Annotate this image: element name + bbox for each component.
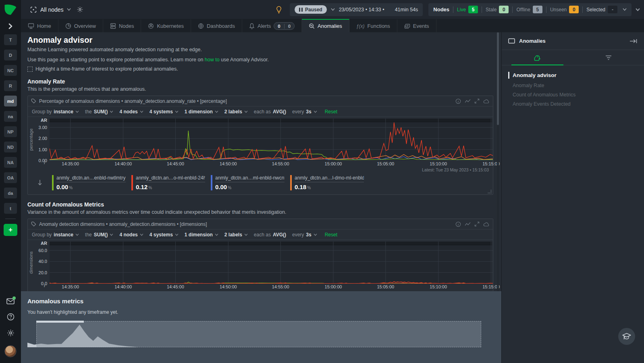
chart2-plot[interactable] — [50, 242, 492, 284]
collapse-arrow-right-icon[interactable] — [629, 38, 638, 44]
chart1-plot[interactable] — [50, 119, 492, 161]
user-avatar[interactable] — [4, 345, 17, 357]
legend-item[interactable]: anmly_dtctn.an…o-ml-enbld-24h0.12% — [131, 175, 205, 190]
legend-item[interactable]: anmly_dtctn.an…enbld-nwtlmtry0.00% — [52, 175, 126, 190]
space-item-md[interactable]: md — [4, 96, 17, 106]
toolbar-chip-avg[interactable]: each as AVG() — [254, 232, 286, 238]
settings-gear-icon[interactable] — [7, 329, 15, 337]
legend-dimension-value: 0.18% — [295, 184, 364, 190]
functions-icon: ƒ(x) — [356, 23, 365, 29]
sidebar-tab-anomalies[interactable] — [502, 50, 573, 65]
chevron-down-icon[interactable] — [67, 8, 71, 11]
legend-sort-arrow-icon[interactable] — [37, 179, 42, 186]
node-status-label: Selected — [586, 7, 605, 13]
invite-envelope-icon[interactable] — [6, 298, 15, 305]
space-item-NA[interactable]: NA — [4, 157, 17, 168]
space-item-OA[interactable]: OA — [4, 172, 17, 183]
node-scope-selector[interactable]: All nodes — [30, 6, 83, 13]
tab-alerts[interactable]: Alerts00 — [242, 19, 302, 32]
chart-info-icon[interactable] — [455, 221, 461, 227]
space-item-t[interactable]: t — [4, 203, 17, 214]
add-space-button[interactable]: + — [4, 224, 17, 236]
toolbar-chip-2labels[interactable]: 2 labels — [224, 109, 248, 115]
pause-button[interactable]: Paused — [295, 5, 327, 14]
content-scrollbar[interactable] — [497, 32, 499, 291]
chart-info-short-icon[interactable]: i — [44, 161, 45, 165]
timeframe-brush[interactable] — [27, 321, 481, 347]
node-status-stale[interactable]: Stale0 — [486, 6, 509, 13]
legend-item[interactable]: anmly_dtctn.an…l-dmo-ml-enbld0.18% — [290, 175, 364, 190]
sidebar-link-count-of-anomalous-metrics[interactable]: Count of Anomalous Metrics — [513, 92, 638, 98]
sidebar-tab-filters[interactable] — [573, 50, 644, 65]
chart-resize-handle[interactable] — [488, 190, 492, 194]
reset-button[interactable]: Reset — [325, 232, 337, 238]
rail-expand-chevron-icon[interactable] — [7, 23, 14, 29]
space-item-NC[interactable]: NC — [4, 65, 17, 76]
toolbar-chip-sum[interactable]: the SUM() — [85, 109, 113, 115]
space-item-ND[interactable]: ND — [4, 142, 17, 152]
chart-type-icon[interactable] — [465, 221, 471, 227]
how-to-link[interactable]: how to — [205, 57, 220, 63]
toolbar-chip-1dimension[interactable]: 1 dimension — [185, 109, 218, 115]
reset-button[interactable]: Reset — [325, 109, 337, 115]
sidebar-link-anomaly-events-detected[interactable]: Anomaly Events Detected — [513, 101, 638, 107]
chart-type-icon[interactable] — [465, 98, 471, 104]
chart-fullscreen-icon[interactable] — [474, 98, 480, 104]
toolbar-chip-4systems[interactable]: 4 systems — [150, 109, 179, 115]
space-item-R[interactable]: R — [4, 80, 17, 91]
chart-fullscreen-icon[interactable] — [474, 221, 480, 227]
sidebar-item-anomaly-advisor[interactable]: Anomaly advisor — [508, 72, 638, 79]
topbar-collapse-chevron-icon[interactable] — [636, 8, 640, 11]
toolbar-chip-3s[interactable]: every 3s — [292, 232, 317, 238]
tab-events[interactable]: Events — [397, 19, 436, 32]
space-item-na[interactable]: na — [4, 111, 17, 122]
legend-item[interactable]: anmly_dtctn.an…ml-enbld-nwcnf0.00% — [211, 175, 285, 190]
toolbar-chip-3s[interactable]: every 3s — [292, 109, 317, 115]
sidebar-link-anomaly-rate[interactable]: Anomaly Rate — [513, 83, 638, 88]
chart-info-short-icon[interactable]: i — [44, 284, 45, 288]
nodes-chevron-down-icon[interactable] — [623, 8, 627, 11]
tab-kubernetes[interactable]: Kubernetes — [141, 19, 191, 32]
node-status-offline[interactable]: Offline5 — [516, 6, 542, 13]
chart-info-icon[interactable] — [455, 98, 461, 104]
tab-home[interactable]: Home — [21, 19, 58, 32]
tab-functions[interactable]: ƒ(x)Functions — [349, 19, 397, 32]
tab-nodes[interactable]: Nodes — [103, 19, 141, 32]
chart-cloud-icon[interactable] — [483, 98, 490, 104]
node-status-live[interactable]: Live5 — [457, 6, 478, 13]
tab-anomalies[interactable]: Anomalies — [302, 19, 349, 32]
tab-dashboards[interactable]: Dashboards — [191, 19, 242, 32]
node-status-selected[interactable]: Selected- — [586, 6, 617, 13]
netdata-logo[interactable] — [0, 0, 21, 19]
toolbar-chip-4systems[interactable]: 4 systems — [150, 232, 179, 238]
anomalous-metrics-empty-text: You haven't highlighted any timeframe ye… — [27, 309, 493, 315]
chart-cloud-icon[interactable] — [483, 221, 490, 227]
toolbar-chip-avg[interactable]: each as AVG() — [254, 109, 286, 115]
toolbar-chip-4nodes[interactable]: 4 nodes — [119, 232, 143, 238]
help-icon[interactable] — [7, 313, 15, 321]
anomalous-metrics-panel: Anomalous metrics You haven't highlighte… — [21, 291, 501, 363]
brush-handle[interactable] — [36, 321, 84, 323]
date-range-label[interactable]: 23/05/2023 • 14:33 • — [339, 7, 384, 13]
anomalies-sidebar: Anomalies Anomaly advisor Anomaly — [501, 32, 644, 363]
toolbar-chip-1dimension[interactable]: 1 dimension — [185, 232, 218, 238]
space-item-NP[interactable]: NP — [4, 126, 17, 137]
space-item-T[interactable]: T — [4, 34, 17, 45]
news-bulb-icon[interactable] — [275, 6, 283, 14]
toolbar-chip-instance[interactable]: Group by instance — [32, 109, 79, 115]
learn-graduation-cap-button[interactable] — [618, 328, 635, 345]
page-hint: Use this page as a starting point to exp… — [27, 57, 493, 63]
brush-selection-overlay[interactable] — [36, 321, 481, 347]
node-status-label: Offline — [516, 7, 530, 13]
space-item-D[interactable]: D — [4, 50, 17, 60]
time-chevron-down-icon[interactable] — [331, 8, 335, 11]
chevron-down-icon — [314, 111, 317, 113]
toolbar-chip-2labels[interactable]: 2 labels — [224, 232, 248, 238]
toolbar-chip-sum[interactable]: the SUM() — [85, 232, 113, 238]
toolbar-chip-instance[interactable]: Group by instance — [32, 232, 79, 238]
tab-overview[interactable]: Overview — [58, 19, 103, 32]
scope-settings-gear-icon[interactable] — [77, 6, 83, 13]
node-status-unseen[interactable]: Unseen0 — [550, 6, 579, 13]
toolbar-chip-4nodes[interactable]: 4 nodes — [119, 109, 143, 115]
space-item-da[interactable]: da — [4, 188, 17, 198]
